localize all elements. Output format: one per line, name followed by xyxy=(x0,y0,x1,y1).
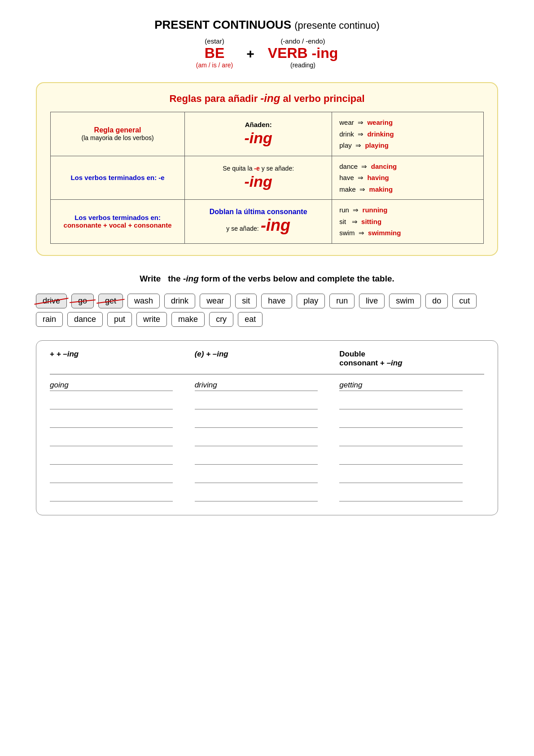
example-3-2: sit ⇒ sitting xyxy=(339,216,477,228)
filled-driving: driving xyxy=(195,381,318,391)
fill-cell-2-3[interactable] xyxy=(339,399,484,409)
fill-cell-6-2[interactable] xyxy=(195,473,340,483)
verb-chips-container: drive go get wash drink wear sit have pl… xyxy=(36,294,498,327)
fill-cell-7-3[interactable] xyxy=(339,491,484,501)
fill-cell-3-3[interactable] xyxy=(339,418,484,428)
chip-rain[interactable]: rain xyxy=(36,312,63,327)
fill-cell-5-2[interactable] xyxy=(195,454,340,465)
ing-suffix-2: -ing xyxy=(191,173,325,190)
filled-going: going xyxy=(50,381,173,391)
fill-table-header: + + –ing (e) + –ing Doubleconsonant + –i… xyxy=(50,350,484,370)
chip-drive[interactable]: drive xyxy=(36,294,67,308)
col2-header: (e) + –ing xyxy=(195,350,340,368)
fill-cell-1-2: driving xyxy=(195,381,340,391)
example-1-2: drink ⇒ drinking xyxy=(339,128,477,140)
chip-write[interactable]: write xyxy=(136,312,167,327)
fill-cell-1-3: getting xyxy=(339,381,484,391)
anaden-label: Añaden: xyxy=(191,121,325,128)
chip-live[interactable]: live xyxy=(359,294,385,308)
am-is-are-label: (am / is / are) xyxy=(196,62,233,69)
example-2-3: make ⇒ making xyxy=(339,184,477,195)
verb-ing-label: VERB -ing xyxy=(268,45,338,62)
exercise-section: Write the -ing form of the verbs below a… xyxy=(36,274,498,515)
fill-cell-5-1[interactable] xyxy=(50,454,195,465)
table-row: Los verbos terminados en: consonante + v… xyxy=(51,200,484,244)
se-quita-label: Se quita la -e y se añade: xyxy=(191,165,325,172)
example-1-1: wear ⇒ wearing xyxy=(339,117,477,128)
chip-swim[interactable]: swim xyxy=(389,294,421,308)
chip-dance[interactable]: dance xyxy=(67,312,103,327)
be-word: BE xyxy=(196,45,233,62)
chip-put[interactable]: put xyxy=(107,312,132,327)
fill-cell-4-1[interactable] xyxy=(50,436,195,446)
rules-section: Reglas para añadir -ing al verbo princip… xyxy=(36,82,498,256)
table-divider xyxy=(50,374,484,374)
fill-cell-6-1[interactable] xyxy=(50,473,195,483)
example-2-1: dance ⇒ dancing xyxy=(339,161,477,172)
page-header: PRESENT CONTINUOUS (presente continuo) (… xyxy=(36,18,498,69)
rule1-title: Regla general xyxy=(57,126,178,134)
plus-sign: + xyxy=(246,46,254,62)
fill-cell-3-1[interactable] xyxy=(50,418,195,428)
filled-getting: getting xyxy=(339,381,462,391)
fill-cell-6-3[interactable] xyxy=(339,473,484,483)
example-1-3: play ⇒ playing xyxy=(339,140,477,151)
example-2-2: have ⇒ having xyxy=(339,172,477,184)
fill-cell-3-2[interactable] xyxy=(195,418,340,428)
rule2-label: Los verbos terminados en: -e xyxy=(57,174,178,181)
col1-header: + + –ing xyxy=(50,350,195,368)
double-rule-label: Doblan la última consonante y se añade: … xyxy=(191,208,325,235)
table-row: Regla general (la mayoria de los verbos)… xyxy=(51,112,484,156)
fill-cell-1-1: going xyxy=(50,381,195,391)
page-title: PRESENT CONTINUOUS (presente continuo) xyxy=(36,18,498,32)
chip-run[interactable]: run xyxy=(329,294,355,308)
chip-have[interactable]: have xyxy=(261,294,292,308)
fill-cell-4-3[interactable] xyxy=(339,436,484,446)
chip-go[interactable]: go xyxy=(71,294,94,308)
col3-header: Doubleconsonant + –ing xyxy=(339,350,484,368)
chip-sit[interactable]: sit xyxy=(235,294,257,308)
chip-cry[interactable]: cry xyxy=(209,312,233,327)
example-3-3: swim ⇒ swimming xyxy=(339,227,477,239)
example-3-1: run ⇒ running xyxy=(339,204,477,216)
reading-label: (reading) xyxy=(268,62,338,69)
chip-cut[interactable]: cut xyxy=(452,294,477,308)
chip-drink[interactable]: drink xyxy=(164,294,195,308)
chip-do[interactable]: do xyxy=(425,294,448,308)
chip-make[interactable]: make xyxy=(171,312,205,327)
chip-play[interactable]: play xyxy=(297,294,325,308)
chip-wash[interactable]: wash xyxy=(127,294,160,308)
rules-table: Regla general (la mayoria de los verbos)… xyxy=(50,112,484,244)
chip-eat[interactable]: eat xyxy=(238,312,263,327)
ing-suffix-1: -ing xyxy=(191,129,325,147)
fill-cell-5-3[interactable] xyxy=(339,454,484,465)
table-row: Los verbos terminados en: -e Se quita la… xyxy=(51,156,484,200)
fill-cell-7-1[interactable] xyxy=(50,491,195,501)
chip-get[interactable]: get xyxy=(98,294,123,308)
formula-section: (estar) BE (am / is / are) + (-ando / -e… xyxy=(36,37,498,69)
rule3-label: Los verbos terminados en: consonante + v… xyxy=(57,214,178,229)
rules-title: Reglas para añadir -ing al verbo princip… xyxy=(50,92,484,105)
fill-cell-2-2[interactable] xyxy=(195,399,340,409)
formula-right: (-ando / -endo) VERB -ing (reading) xyxy=(268,37,338,69)
estar-label: (estar) xyxy=(196,37,233,45)
fill-cell-2-1[interactable] xyxy=(50,399,195,409)
fill-cell-7-2[interactable] xyxy=(195,491,340,501)
fill-cell-4-2[interactable] xyxy=(195,436,340,446)
formula-left: (estar) BE (am / is / are) xyxy=(196,37,233,69)
fill-table-rows: going driving getting xyxy=(50,381,484,501)
fill-table-container: + + –ing (e) + –ing Doubleconsonant + –i… xyxy=(36,340,498,515)
ando-endo-label: (-ando / -endo) xyxy=(268,37,338,45)
exercise-instruction: Write the -ing form of the verbs below a… xyxy=(36,274,498,284)
chip-wear[interactable]: wear xyxy=(200,294,231,308)
rule1-subtitle: (la mayoria de los verbos) xyxy=(57,134,178,141)
